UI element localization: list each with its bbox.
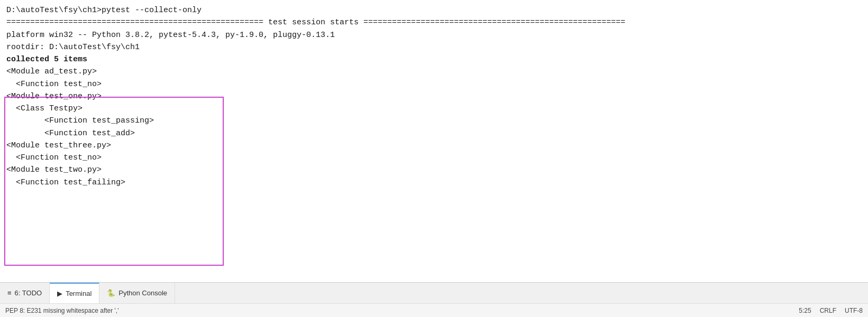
status-right: 5:25 CRLF UTF-8	[799, 307, 863, 314]
cursor-position: 5:25	[799, 307, 811, 314]
terminal-line-7: <Function test_no>	[6, 78, 862, 90]
tab-todo[interactable]: ≡6: TODO	[0, 283, 50, 303]
tab-python-console[interactable]: 🐍Python Console	[99, 283, 175, 303]
terminal-line-8: <Module test_one.py>	[6, 90, 862, 102]
terminal-line-11: <Function test_add>	[6, 127, 862, 139]
terminal-line-13: <Function test_no>	[6, 152, 862, 164]
python-console-tab-label: Python Console	[118, 289, 167, 297]
status-message: PEP 8: E231 missing whitespace after ','	[5, 307, 118, 314]
terminal-line-14: <Module test_two.py>	[6, 164, 862, 176]
bottom-toolbar: ≡6: TODO▶Terminal🐍Python Console	[0, 282, 868, 303]
terminal-tab-label: Terminal	[66, 290, 92, 297]
terminal-line-6: <Module ad_test.py>	[6, 66, 862, 78]
terminal-line-9: <Class Testpy>	[6, 102, 862, 115]
status-left: PEP 8: E231 missing whitespace after ','	[5, 307, 118, 314]
terminal-line-3: platform win32 -- Python 3.8.2, pytest-5…	[6, 29, 862, 41]
status-bar: PEP 8: E231 missing whitespace after ','…	[0, 303, 868, 317]
line-ending: CRLF	[820, 307, 836, 314]
python-console-tab-icon: 🐍	[107, 289, 115, 297]
terminal-line-4: rootdir: D:\autoTest\fsy\ch1	[6, 41, 862, 53]
tab-terminal[interactable]: ▶Terminal	[50, 283, 99, 303]
terminal-line-12: <Module test_three.py>	[6, 139, 862, 152]
terminal-line-15: <Function test_failing>	[6, 176, 862, 189]
terminal-line-2: ========================================…	[6, 16, 862, 29]
encoding: UTF-8	[845, 307, 863, 314]
terminal-output: D:\autoTest\fsy\ch1>pytest --collect-onl…	[0, 0, 868, 282]
terminal-line-5: collected 5 items	[6, 53, 862, 66]
terminal-tab-icon: ▶	[57, 290, 62, 297]
terminal-line-1: D:\autoTest\fsy\ch1>pytest --collect-onl…	[6, 4, 862, 16]
todo-tab-label: 6: TODO	[15, 289, 42, 297]
terminal-line-10: <Function test_passing>	[6, 115, 862, 127]
todo-tab-icon: ≡	[7, 289, 12, 297]
